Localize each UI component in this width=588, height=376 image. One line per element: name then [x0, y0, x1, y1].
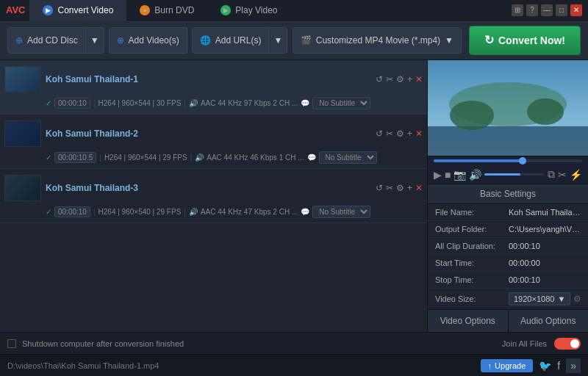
format-selector[interactable]: 🎬 Customized MP4 Movie (*.mp4) ▼ [293, 27, 462, 54]
join-toggle[interactable] [554, 338, 581, 350]
video-options-button[interactable]: Video Options [428, 310, 509, 332]
progress-bar-area[interactable] [428, 156, 588, 165]
file-actions: ↺ ✂ ⚙ + ✕ [376, 74, 423, 84]
setting-stop-time: Stop Time: 00:00:10 [428, 272, 588, 289]
add-video-button[interactable]: ⊕ Add Video(s) [109, 27, 187, 54]
convert-refresh-icon: ↻ [484, 33, 494, 47]
remove-icon[interactable]: ✕ [415, 129, 423, 139]
progress-track[interactable] [434, 159, 582, 162]
sync-icon[interactable]: ↺ [376, 129, 383, 139]
play-button[interactable]: ▶ [434, 169, 442, 181]
settings-icon[interactable]: ⚙ [396, 74, 404, 84]
cut-icon[interactable]: ✂ [386, 129, 393, 139]
settings-panel: Basic Settings File Name: Koh Samui Thai… [428, 184, 588, 309]
stop-button[interactable]: ■ [445, 169, 451, 181]
tab-convert-video[interactable]: ▶ Convert Video [29, 0, 126, 21]
video-size-dropdown[interactable]: 1920×1080 ▼ [509, 292, 570, 306]
effects-button[interactable]: ⚡ [570, 169, 582, 181]
question-icon[interactable]: ? [526, 4, 538, 16]
film-icon: 🎬 [301, 35, 312, 46]
file-name[interactable]: Koh Samui Thailand-2 [46, 129, 371, 139]
file-actions: ↺ ✂ ⚙ + ✕ [376, 129, 423, 139]
audio-info: AAC 44 KHz 97 Kbps 2 CH ... [201, 99, 298, 107]
svg-rect-2 [428, 126, 588, 156]
preview-area [428, 60, 588, 156]
cut-icon[interactable]: ✂ [386, 74, 393, 84]
settings-icon[interactable]: ⚙ [396, 129, 404, 139]
setting-clip-duration: All Clip Duration: 00:00:10 [428, 238, 588, 255]
add-cd-dropdown-arrow[interactable]: ▼ [86, 27, 104, 54]
remove-icon[interactable]: ✕ [415, 183, 423, 193]
add-icon[interactable]: + [407, 74, 412, 84]
audio-icon: 🔊 [189, 99, 198, 107]
add-icon[interactable]: + [407, 129, 412, 139]
trim-button[interactable]: ✂ [558, 169, 567, 181]
titlebar-tabs: ▶ Convert Video ● Burn DVD ▶ Play Video [29, 0, 512, 21]
shutdown-checkbox[interactable] [7, 339, 16, 348]
toolbar: ⊕ Add CD Disc ▼ ⊕ Add Video(s) 🌐 Add URL… [0, 21, 588, 60]
file-name[interactable]: Koh Samui Thailand-1 [46, 74, 371, 84]
preview-svg [428, 60, 588, 156]
titlebar: AVC ▶ Convert Video ● Burn DVD ▶ Play Vi… [0, 0, 588, 21]
add-icon[interactable]: + [407, 183, 412, 193]
bottombar: D:\videos\Thai\Koh Samui Thailand-1.mp4 … [0, 354, 588, 376]
close-button[interactable]: ✕ [570, 4, 582, 16]
settings-icon[interactable]: ⚙ [396, 183, 404, 193]
file-name[interactable]: Koh Samui Thailand-3 [46, 183, 371, 193]
svg-point-4 [527, 98, 564, 125]
video-size-arrow: ▼ [557, 294, 565, 303]
progress-fill [434, 159, 523, 162]
check-icon: ✓ [46, 208, 51, 216]
volume-slider[interactable] [484, 173, 545, 176]
subtitle-select[interactable]: No Subtitle [319, 151, 377, 164]
remove-icon[interactable]: ✕ [415, 74, 423, 84]
format-dropdown-arrow: ▼ [445, 35, 453, 46]
maximize-button[interactable]: □ [556, 4, 567, 16]
preview-image [428, 60, 588, 156]
add-url-dropdown-arrow[interactable]: ▼ [269, 27, 287, 54]
audio-options-button[interactable]: Audio Options [509, 310, 589, 332]
audio-icon: 🔊 [195, 153, 204, 162]
add-cd-group: ⊕ Add CD Disc ▼ [7, 27, 104, 54]
options-buttons: Video Options Audio Options [428, 309, 588, 332]
screenshot-button[interactable]: 📷 [453, 169, 466, 181]
start-time-label: Start Time: [435, 258, 509, 267]
file-item-header: Koh Samui Thailand-1 ↺ ✂ ⚙ + ✕ [4, 63, 423, 95]
file-meta: ✓ 00:00:10 | H264 | 960×544 | 30 FPS | 🔊… [4, 95, 423, 111]
video-size-gear[interactable]: ⚙ [573, 294, 581, 304]
copy-button[interactable]: ⧉ [548, 168, 555, 181]
shutdown-label: Shutdown computer after conversion finis… [22, 339, 184, 348]
cut-icon[interactable]: ✂ [386, 183, 393, 193]
subtitle-icon: 💬 [301, 99, 309, 107]
tab-play-video[interactable]: ▶ Play Video [207, 0, 290, 21]
join-all-files-button[interactable]: Join All Files [502, 339, 547, 348]
grid-icon[interactable]: ⊞ [512, 4, 523, 16]
upgrade-button[interactable]: ↑ Upgrade [481, 359, 534, 372]
next-button[interactable]: » [566, 358, 581, 373]
sync-icon[interactable]: ↺ [376, 74, 383, 84]
volume-fill [484, 173, 520, 176]
file-thumbnail [4, 175, 41, 201]
subtitle-select[interactable]: No Subtitle [312, 97, 370, 109]
setting-video-size: Video Size: 1920×1080 ▼ ⚙ [428, 289, 588, 309]
minimize-button[interactable]: — [541, 4, 553, 16]
setting-output-folder: Output Folder: C:\Users\yangh\Videos... [428, 221, 588, 238]
check-icon: ✓ [46, 99, 51, 107]
player-controls: ▶ ■ 📷 🔊 ⧉ ✂ ⚡ [428, 165, 588, 184]
add-url-button[interactable]: 🌐 Add URL(s) [192, 27, 270, 54]
volume-icon: 🔊 [469, 169, 481, 181]
stop-time-value: 00:00:10 [509, 275, 581, 284]
convert-now-button[interactable]: ↻ Convert Now! [469, 26, 581, 55]
stop-time-label: Stop Time: [435, 275, 509, 284]
twitter-button[interactable]: 🐦 [539, 360, 551, 372]
burn-dvd-icon: ● [140, 5, 150, 15]
audio-info: AAC 44 KHz 46 Kbps 1 CH ... [207, 153, 304, 162]
tab-burn-dvd[interactable]: ● Burn DVD [126, 0, 207, 21]
facebook-button[interactable]: f [557, 360, 560, 372]
add-cd-button[interactable]: ⊕ Add CD Disc [7, 27, 86, 54]
sync-icon[interactable]: ↺ [376, 183, 383, 193]
subtitle-select[interactable]: No Subtitle [312, 206, 370, 218]
add-video-group: ⊕ Add Video(s) [109, 27, 187, 54]
file-actions: ↺ ✂ ⚙ + ✕ [376, 183, 423, 193]
codec-info: H264 | 960×544 | 29 FPS [104, 153, 187, 162]
